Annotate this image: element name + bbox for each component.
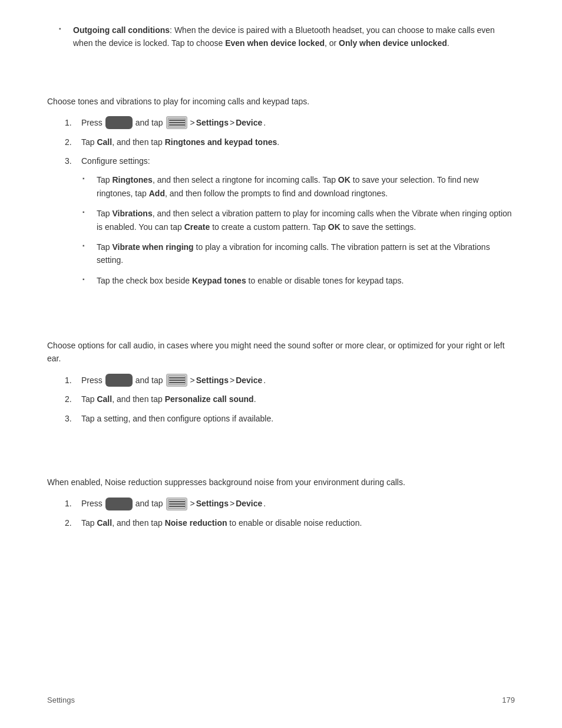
menu-button	[166, 116, 187, 129]
menu-button	[166, 498, 187, 510]
step-number: 3.	[65, 412, 81, 425]
home-button	[105, 498, 133, 510]
section2-subbullets: ▪ Tap Ringtones, and then select a ringt…	[82, 173, 515, 287]
sub-bullet-keypad-tones: ▪ Tap the check box beside Keypad tones …	[82, 274, 515, 287]
section3-step3: 3. Tap a setting, and then configure opt…	[65, 412, 515, 425]
step-number: 2.	[65, 516, 81, 529]
section2-steps: 1. Press and tap > Settings > Device. 2.…	[65, 116, 515, 167]
bold-outgoing: Outgoing call conditions	[73, 25, 170, 35]
section3-step1: 1. Press and tap > Settings > Device.	[65, 374, 515, 387]
step-number: 3.	[65, 154, 81, 167]
step2-content: Tap Call, and then tap Personalize call …	[81, 393, 515, 406]
page-content: ▪ Outgoing call conditions: When the dev…	[0, 0, 562, 582]
menu-button	[166, 374, 187, 387]
section2-step2: 2. Tap Call, and then tap Ringtones and …	[65, 136, 515, 149]
section4-intro: When enabled, Noise reduction suppresses…	[47, 476, 515, 489]
footer-left: Settings	[47, 696, 75, 704]
step3-content: Tap a setting, and then configure option…	[81, 412, 515, 425]
bullet-marker: ▪	[59, 24, 68, 50]
step-number: 1.	[65, 116, 81, 129]
sub-bullet-vibrations: ▪ Tap Vibrations, and then select a vibr…	[82, 207, 515, 233]
bullet-outgoing-call: ▪ Outgoing call conditions: When the dev…	[47, 24, 515, 50]
step-number: 1.	[65, 374, 81, 387]
section3-step2: 2. Tap Call, and then tap Personalize ca…	[65, 393, 515, 406]
page-footer: Settings 179	[47, 696, 515, 704]
footer-right: 179	[502, 696, 515, 704]
section1-bullets: ▪ Outgoing call conditions: When the dev…	[47, 24, 515, 50]
section3-intro: Choose options for call audio, in cases …	[47, 339, 515, 365]
section2-step1: 1. Press and tap > Settings > Device.	[65, 116, 515, 129]
bullet-outgoing-text: Outgoing call conditions: When the devic…	[73, 24, 515, 50]
sub-bullet-ringtones: ▪ Tap Ringtones, and then select a ringt…	[82, 173, 515, 200]
step2-content: Tap Call, and then tap Ringtones and key…	[81, 136, 515, 149]
home-button	[105, 374, 133, 387]
section4-step2: 2. Tap Call, and then tap Noise reductio…	[65, 516, 515, 529]
section4-steps: 1. Press and tap > Settings > Device. 2.…	[65, 497, 515, 529]
section3-steps: 1. Press and tap > Settings > Device. 2.…	[65, 374, 515, 425]
step1-content: Press and tap > Settings > Device.	[81, 374, 515, 387]
sub-bullet-vibrate-ringing: ▪ Tap Vibrate when ringing to play a vib…	[82, 241, 515, 267]
home-button	[105, 116, 133, 129]
section2-step3: 3. Configure settings:	[65, 154, 515, 167]
section2-intro: Choose tones and vibrations to play for …	[47, 95, 515, 108]
section4-step1: 1. Press and tap > Settings > Device.	[65, 497, 515, 510]
step2-content: Tap Call, and then tap Noise reduction t…	[81, 516, 515, 529]
step-number: 1.	[65, 497, 81, 510]
step1-content: Press and tap > Settings > Device.	[81, 497, 515, 510]
step3-content: Configure settings:	[81, 154, 515, 167]
step-number: 2.	[65, 393, 81, 406]
step-number: 2.	[65, 136, 81, 149]
step1-content: Press and tap > Settings > Device.	[81, 116, 515, 129]
